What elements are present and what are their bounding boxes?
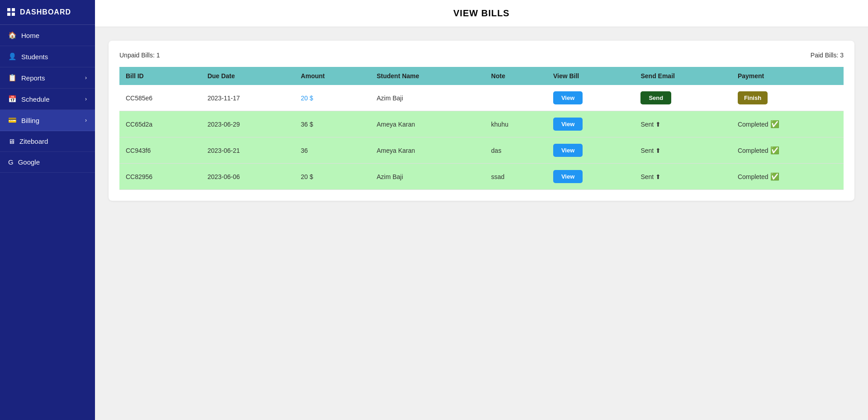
payment-cell: Completed ✅ [731,164,844,190]
sent-label: Sent ⬆ [640,121,661,128]
send-email-cell: Send [634,85,731,111]
sidebar-item-label: Schedule [21,95,50,103]
sidebar-item-schedule[interactable]: 📅 Schedule › [0,89,95,110]
col-header-due-date: Due Date [201,67,294,85]
bills-table-header: Bill IDDue DateAmountStudent NameNoteVie… [119,67,844,85]
view-bill-button[interactable]: View [553,91,583,104]
due-date: 2023-06-06 [201,164,294,190]
completed-check-icon: ✅ [770,146,779,155]
col-header-bill-id: Bill ID [119,67,201,85]
payment-cell: Finish [731,85,844,111]
send-email-cell: Sent ⬆ [634,137,731,164]
sidebar-item-label: Ziteboard [19,137,48,145]
send-email-button[interactable]: Send [640,91,671,104]
sidebar-title: DASHBOARD [20,8,71,16]
student-name: Ameya Karan [370,137,485,164]
bill-id: CC943f6 [119,137,201,164]
reports-icon: 📋 [8,74,17,82]
col-header-amount: Amount [294,67,370,85]
unpaid-count: Unpaid Bills: 1 [119,52,160,59]
sidebar-item-label: Google [18,158,40,166]
view-bill-cell: View [547,137,635,164]
sidebar-header: DASHBOARD [0,0,95,25]
view-bill-cell: View [547,85,635,111]
col-header-student-name: Student Name [370,67,485,85]
view-bill-cell: View [547,111,635,137]
sidebar-item-label: Billing [21,117,39,124]
view-bill-button[interactable]: View [553,170,583,183]
finish-button[interactable]: Finish [738,91,768,104]
amount-value: 20 $ [301,94,313,102]
payment-cell: Completed ✅ [731,137,844,164]
bill-id: CC82956 [119,164,201,190]
sidebar-item-ziteboard[interactable]: 🖥 Ziteboard [0,131,95,152]
sidebar-item-label: Students [21,53,48,61]
note: das [485,137,547,164]
view-bill-button[interactable]: View [553,144,583,157]
table-row: CC829562023-06-0620 $Azim BajissadViewSe… [119,164,844,190]
bill-id: CC585e6 [119,85,201,111]
view-bill-cell: View [547,164,635,190]
chevron-icon: › [85,117,87,123]
amount: 20 $ [294,164,370,190]
sent-label: Sent ⬆ [640,173,661,180]
student-name: Azim Baji [370,164,485,190]
sidebar: DASHBOARD 🏠 Home 👤 Students 📋 Reports › … [0,0,95,420]
schedule-icon: 📅 [8,95,17,103]
payment-cell: Completed ✅ [731,111,844,137]
sidebar-item-google[interactable]: G Google [0,152,95,173]
completed-check-icon: ✅ [770,120,779,128]
completed-label: Completed ✅ [738,172,779,181]
google-icon: G [8,158,14,166]
sidebar-item-label: Reports [21,74,45,82]
bills-card: Unpaid Bills: 1 Paid Bills: 3 Bill IDDue… [109,41,854,201]
table-header-row: Bill IDDue DateAmountStudent NameNoteVie… [119,67,844,85]
sent-label: Sent ⬆ [640,147,661,154]
view-bill-button[interactable]: View [553,118,583,131]
sent-icon: ⬆ [655,147,661,154]
student-name: Ameya Karan [370,111,485,137]
table-row: CC65d2a2023-06-2936 $Ameya KarankhuhuVie… [119,111,844,137]
completed-label: Completed ✅ [738,146,779,155]
note [485,85,547,111]
students-icon: 👤 [8,52,17,61]
sent-icon: ⬆ [655,173,661,180]
sidebar-item-students[interactable]: 👤 Students [0,46,95,67]
note: ssad [485,164,547,190]
send-email-cell: Sent ⬆ [634,111,731,137]
page-title-bar: VIEW BILLS [95,0,868,27]
col-header-send-email: Send Email [634,67,731,85]
home-icon: 🏠 [8,31,17,39]
amount: 20 $ [294,85,370,111]
bills-table: Bill IDDue DateAmountStudent NameNoteVie… [119,67,844,190]
col-header-note: Note [485,67,547,85]
table-row: CC943f62023-06-2136Ameya KarandasViewSen… [119,137,844,164]
sidebar-item-label: Home [21,32,39,39]
sidebar-item-reports[interactable]: 📋 Reports › [0,67,95,89]
send-email-cell: Sent ⬆ [634,164,731,190]
due-date: 2023-06-21 [201,137,294,164]
bill-id: CC65d2a [119,111,201,137]
content-area: Unpaid Bills: 1 Paid Bills: 3 Bill IDDue… [95,27,868,214]
due-date: 2023-06-29 [201,111,294,137]
col-header-view-bill: View Bill [547,67,635,85]
sidebar-item-billing[interactable]: 💳 Billing › [0,110,95,131]
completed-check-icon: ✅ [770,172,779,181]
main-content: VIEW BILLS Unpaid Bills: 1 Paid Bills: 3… [95,0,868,420]
due-date: 2023-11-17 [201,85,294,111]
note: khuhu [485,111,547,137]
chevron-icon: › [85,75,87,81]
completed-label: Completed ✅ [738,120,779,128]
bills-summary: Unpaid Bills: 1 Paid Bills: 3 [119,52,844,59]
bills-table-body: CC585e62023-11-1720 $Azim BajiViewSendFi… [119,85,844,190]
paid-count: Paid Bills: 3 [811,52,844,59]
amount: 36 [294,137,370,164]
page-title: VIEW BILLS [453,8,509,18]
sidebar-item-home[interactable]: 🏠 Home [0,25,95,46]
col-header-payment: Payment [731,67,844,85]
nav-menu: 🏠 Home 👤 Students 📋 Reports › 📅 Schedule… [0,25,95,173]
sent-icon: ⬆ [655,121,661,128]
billing-icon: 💳 [8,116,17,124]
amount: 36 $ [294,111,370,137]
student-name: Azim Baji [370,85,485,111]
